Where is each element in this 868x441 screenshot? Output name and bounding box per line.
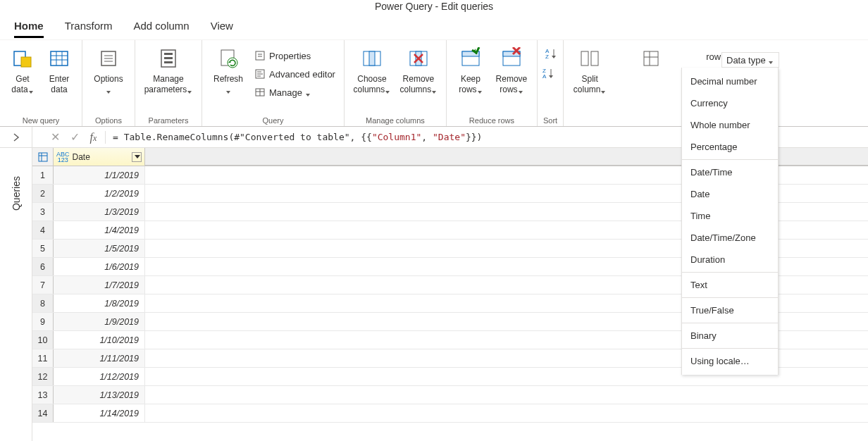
grid-corner[interactable] [32, 148, 54, 166]
group-label-manage-columns: Manage columns [366, 115, 425, 126]
menu-date-time[interactable]: Date/Time [682, 161, 778, 183]
group-label-new-query: New query [23, 115, 60, 126]
svg-text:Z: Z [545, 54, 549, 60]
tab-view[interactable]: View [211, 20, 233, 36]
menu-using-locale[interactable]: Using locale… [682, 350, 778, 372]
group-label-query: Query [262, 115, 283, 126]
row-number[interactable]: 2 [32, 185, 54, 202]
row-number[interactable]: 11 [32, 349, 54, 367]
cell-date[interactable]: 1/8/2019 [54, 294, 145, 312]
menu-decimal-number[interactable]: Decimal number [682, 70, 778, 92]
group-label-sort: Sort [543, 115, 557, 126]
remove-rows-button[interactable]: Removerows [492, 44, 531, 95]
queries-sidebar[interactable]: Queries [0, 148, 32, 441]
queries-expand-button[interactable] [0, 127, 32, 147]
row-number[interactable]: 3 [32, 203, 54, 220]
get-data-button[interactable]: Getdata [6, 44, 39, 95]
tab-add-column[interactable]: Add column [133, 20, 189, 36]
parameters-icon [157, 47, 180, 70]
svg-rect-1 [21, 57, 31, 67]
menu-date[interactable]: Date [682, 183, 778, 205]
svg-rect-29 [369, 51, 375, 66]
window-title: Power Query - Edit queries [0, 0, 868, 15]
fx-label: fx [85, 131, 106, 144]
chevron-right-icon [13, 132, 20, 142]
menu-percentage[interactable]: Percentage [682, 136, 778, 158]
sort-asc-button[interactable]: AZ [544, 44, 559, 64]
row-number[interactable]: 4 [32, 221, 54, 239]
row-number[interactable]: 9 [32, 313, 54, 330]
menu-separator [682, 297, 778, 298]
refresh-button[interactable]: Refresh [208, 44, 249, 95]
tab-transform[interactable]: Transform [65, 20, 113, 36]
row-number[interactable]: 7 [32, 276, 54, 294]
svg-rect-49 [591, 51, 598, 66]
cell-date[interactable]: 1/3/2019 [54, 203, 145, 220]
row-number[interactable]: 8 [32, 294, 54, 312]
enter-data-button[interactable]: Enterdata [42, 44, 76, 95]
row-number[interactable]: 14 [32, 404, 54, 422]
choose-columns-icon [361, 47, 383, 70]
options-button[interactable]: Options [88, 44, 129, 95]
cell-date[interactable]: 1/10/2019 [54, 331, 145, 349]
group-label-parameters: Parameters [149, 115, 189, 126]
row-number[interactable]: 6 [32, 258, 54, 275]
cell-date[interactable]: 1/9/2019 [54, 313, 145, 330]
group-label-reduce-rows: Reduce rows [469, 115, 514, 126]
remove-columns-button[interactable]: Removecolumns [397, 44, 440, 95]
column-filter-button[interactable] [132, 152, 142, 162]
data-type-button[interactable]: Data type [721, 52, 779, 68]
row-number[interactable]: 12 [32, 368, 54, 385]
cell-date[interactable]: 1/5/2019 [54, 240, 145, 257]
column-header-date[interactable]: ABC123 Date [54, 148, 145, 166]
sort-desc-icon: ZA [542, 67, 555, 80]
cell-date[interactable]: 1/7/2019 [54, 276, 145, 294]
choose-columns-button[interactable]: Choosecolumns [350, 44, 394, 95]
menu-binary[interactable]: Binary [682, 325, 778, 347]
keep-rows-button[interactable]: Keeprows [452, 44, 489, 95]
type-badge-any[interactable]: ABC123 [56, 151, 70, 163]
svg-text:A: A [542, 73, 547, 80]
cell-date[interactable]: 1/1/2019 [54, 166, 145, 184]
row-number[interactable]: 5 [32, 240, 54, 257]
menu-text[interactable]: Text [682, 274, 778, 296]
svg-rect-2 [51, 51, 68, 66]
manage-parameters-button[interactable]: Manageparameters [141, 44, 196, 95]
properties-button[interactable]: Properties [252, 47, 338, 64]
cell-date[interactable]: 1/12/2019 [54, 368, 145, 385]
refresh-icon [217, 47, 240, 70]
column-name: Date [73, 152, 90, 162]
split-column-button[interactable]: Splitcolumn [569, 44, 610, 95]
cell-date[interactable]: 1/6/2019 [54, 258, 145, 275]
cell-date[interactable]: 1/2/2019 [54, 185, 145, 202]
menu-duration[interactable]: Duration [682, 249, 778, 271]
properties-icon [254, 50, 266, 61]
row-number[interactable]: 1 [32, 166, 54, 184]
menu-whole-number[interactable]: Whole number [682, 114, 778, 136]
menu-time[interactable]: Time [682, 205, 778, 227]
table-row[interactable]: 131/13/2019 [32, 386, 868, 404]
manage-button[interactable]: Manage [252, 84, 338, 101]
formula-cancel-button[interactable]: ✕ [45, 130, 65, 144]
row-number[interactable]: 13 [32, 386, 54, 404]
sort-asc-icon: AZ [545, 47, 558, 60]
cell-date[interactable]: 1/14/2019 [54, 404, 145, 422]
menu-separator [682, 348, 778, 349]
sort-desc-button[interactable]: ZA [541, 64, 557, 84]
menu-true-false[interactable]: True/False [682, 299, 778, 321]
menu-currency[interactable]: Currency [682, 92, 778, 114]
table-row[interactable]: 141/14/2019 [32, 404, 868, 423]
keep-rows-icon [459, 47, 482, 70]
row-number[interactable]: 10 [32, 331, 54, 349]
menu-date-time-zone[interactable]: Date/Time/Zone [682, 227, 778, 249]
split-column-icon [578, 47, 601, 70]
cell-date[interactable]: 1/13/2019 [54, 386, 145, 404]
tab-home[interactable]: Home [14, 20, 44, 38]
cell-date[interactable]: 1/4/2019 [54, 221, 145, 239]
formula-confirm-button[interactable]: ✓ [65, 130, 85, 144]
advanced-editor-button[interactable]: Advanced editor [252, 66, 338, 82]
menu-separator [682, 323, 778, 323]
queries-label: Queries [11, 176, 22, 211]
cell-date[interactable]: 1/11/2019 [54, 349, 145, 367]
group-by-button[interactable] [637, 44, 665, 74]
